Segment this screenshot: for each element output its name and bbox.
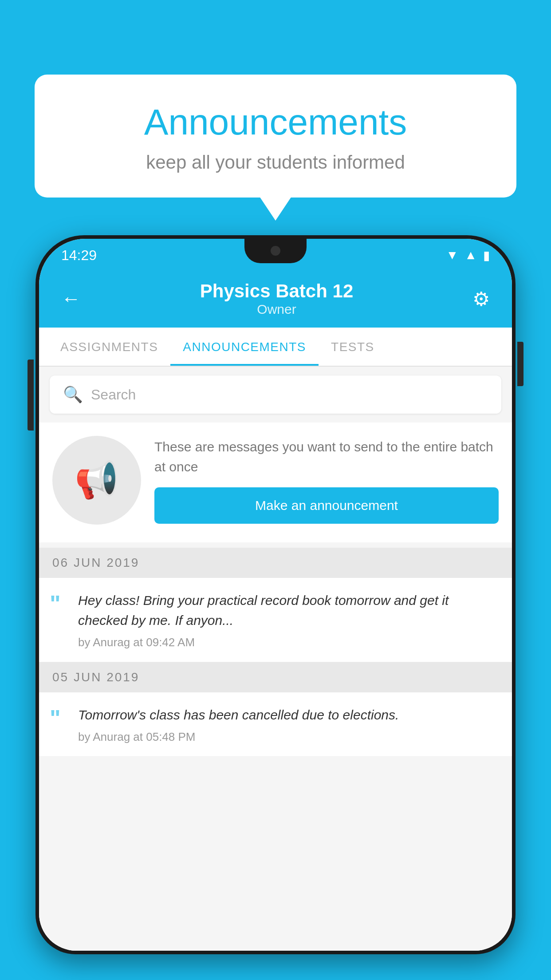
- date-separator-1: 06 JUN 2019: [39, 548, 512, 578]
- speech-bubble-section: Announcements keep all your students inf…: [35, 75, 516, 198]
- status-icons: ▼ ▲ ▮: [446, 248, 490, 263]
- phone-notch: [244, 239, 307, 263]
- tab-assignments[interactable]: ASSIGNMENTS: [48, 328, 170, 366]
- make-announcement-button[interactable]: Make an announcement: [154, 487, 499, 524]
- promo-icon-circle: 📢: [52, 436, 141, 525]
- tabs-container: ASSIGNMENTS ANNOUNCEMENTS TESTS: [39, 328, 512, 367]
- wifi-icon: ▼: [446, 248, 459, 262]
- header-center: Physics Batch 12 Owner: [200, 281, 354, 317]
- date-separator-2: 05 JUN 2019: [39, 662, 512, 692]
- quote-icon-1: ": [50, 592, 67, 615]
- header-subtitle: Owner: [200, 302, 354, 317]
- status-time: 14:29: [61, 247, 97, 264]
- announcement-content-1: Hey class! Bring your practical record b…: [78, 590, 499, 649]
- search-bar[interactable]: 🔍 Search: [50, 375, 501, 414]
- announcement-meta-2: by Anurag at 05:48 PM: [78, 730, 499, 744]
- bubble-subtitle: keep all your students informed: [70, 152, 481, 173]
- megaphone-icon: 📢: [75, 459, 119, 501]
- bubble-title: Announcements: [70, 101, 481, 143]
- header-title: Physics Batch 12: [200, 281, 354, 302]
- phone-container: 14:29 ▼ ▲ ▮ ← Physics Batch 12 Owner ⚙ A…: [35, 235, 516, 980]
- tab-announcements[interactable]: ANNOUNCEMENTS: [170, 328, 319, 366]
- content-area: 🔍 Search 📢 These are messages you want t…: [39, 367, 512, 951]
- search-placeholder: Search: [91, 387, 136, 403]
- promo-section: 📢 These are messages you want to send to…: [39, 423, 512, 542]
- announcement-meta-1: by Anurag at 09:42 AM: [78, 636, 499, 649]
- quote-icon-2: ": [50, 707, 67, 730]
- speech-bubble: Announcements keep all your students inf…: [35, 75, 516, 198]
- announcement-text-1: Hey class! Bring your practical record b…: [78, 590, 499, 630]
- gear-icon[interactable]: ⚙: [472, 288, 490, 310]
- camera-dot: [271, 246, 280, 256]
- announcement-content-2: Tomorrow's class has been cancelled due …: [78, 705, 499, 744]
- back-button[interactable]: ←: [61, 288, 81, 310]
- phone-outer: 14:29 ▼ ▲ ▮ ← Physics Batch 12 Owner ⚙ A…: [35, 235, 516, 954]
- announcement-item-1[interactable]: " Hey class! Bring your practical record…: [39, 578, 512, 662]
- battery-icon: ▮: [483, 248, 490, 263]
- announcement-item-2[interactable]: " Tomorrow's class has been cancelled du…: [39, 692, 512, 757]
- signal-icon: ▲: [464, 248, 477, 262]
- phone-inner: 14:29 ▼ ▲ ▮ ← Physics Batch 12 Owner ⚙ A…: [39, 239, 512, 951]
- app-header: ← Physics Batch 12 Owner ⚙: [39, 272, 512, 328]
- promo-content: These are messages you want to send to t…: [154, 437, 499, 524]
- tab-tests[interactable]: TESTS: [319, 328, 387, 366]
- search-icon: 🔍: [63, 385, 83, 404]
- announcement-text-2: Tomorrow's class has been cancelled due …: [78, 705, 499, 725]
- promo-description: These are messages you want to send to t…: [154, 437, 499, 477]
